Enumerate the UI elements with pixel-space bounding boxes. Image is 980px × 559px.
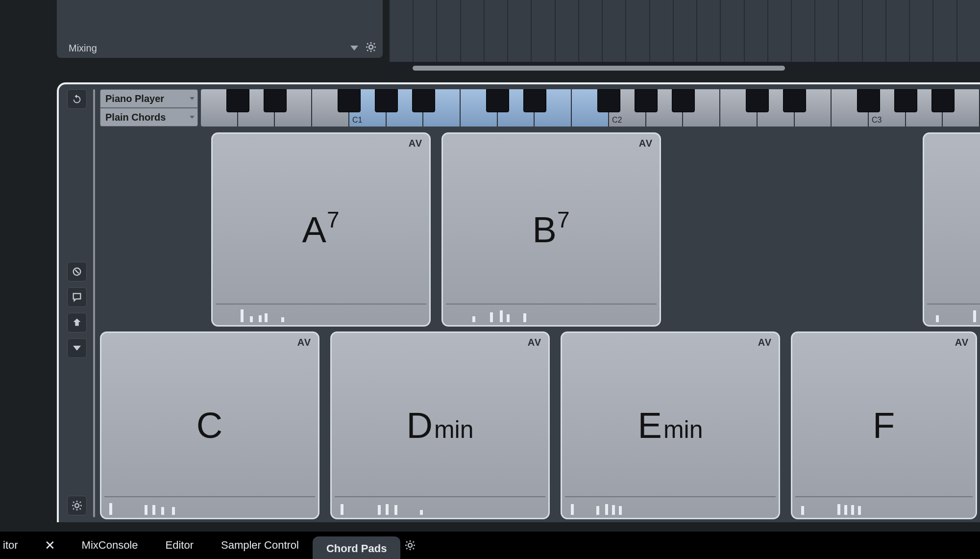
timeline-cell[interactable]	[862, 0, 885, 62]
voicing-indicator	[219, 306, 346, 322]
piano-black-key[interactable]	[412, 89, 435, 112]
timeline-cell[interactable]	[602, 0, 625, 62]
chord-pad[interactable]: AVEmin	[561, 331, 780, 519]
piano-black-key[interactable]	[894, 89, 917, 112]
pad-divider	[927, 304, 980, 305]
pad-divider	[216, 304, 426, 305]
timeline-cell[interactable]	[932, 0, 956, 62]
vertical-separator[interactable]	[93, 89, 95, 517]
piano-black-key[interactable]	[635, 89, 658, 112]
chord-pad-header: Piano Player Plain Chords C1C2C3	[100, 89, 980, 127]
piano-key-label: C2	[612, 116, 622, 125]
timeline-cell[interactable]	[673, 0, 696, 62]
chord-label: A7	[302, 208, 340, 251]
comment-button[interactable]	[67, 287, 87, 307]
piano-black-key[interactable]	[746, 89, 769, 112]
piano-black-key[interactable]	[338, 89, 361, 112]
piano-black-key[interactable]	[264, 89, 287, 112]
chord-pad[interactable]: AVB7	[441, 132, 661, 327]
piano-black-key[interactable]	[672, 89, 695, 112]
pad-divider	[446, 304, 657, 305]
piano-black-key[interactable]	[486, 89, 509, 112]
timeline-cell[interactable]	[814, 0, 838, 62]
timeline-cell[interactable]	[838, 0, 861, 62]
timeline-overview	[389, 0, 980, 73]
player-dropdown[interactable]: Piano Player	[100, 89, 198, 108]
chord-label: C	[196, 405, 223, 446]
voicing-indicator	[338, 499, 465, 515]
piano-black-key[interactable]	[857, 89, 880, 112]
chord-pad[interactable]	[923, 132, 980, 327]
piano-black-key[interactable]	[597, 89, 620, 112]
lower-zone-tab[interactable]: Editor	[152, 532, 207, 559]
piano-key-label: C1	[352, 116, 362, 125]
timeline-cell[interactable]	[744, 0, 767, 62]
piano-black-key[interactable]	[523, 89, 546, 112]
timeline-cell[interactable]	[460, 0, 484, 62]
chord-pads-zone: Piano Player Plain Chords C1C2C3 AVA7AVB…	[57, 82, 980, 522]
pad-divider	[565, 496, 776, 497]
voicing-indicator	[449, 306, 576, 322]
timeline-cell[interactable]	[885, 0, 909, 62]
chord-pad[interactable]: AVF	[791, 331, 977, 519]
timeline-lanes[interactable]	[389, 0, 980, 62]
pad-badge: AV	[955, 337, 969, 348]
timeline-cell[interactable]	[413, 0, 436, 62]
timeline-cell[interactable]	[956, 0, 980, 62]
gear-icon[interactable]	[365, 41, 377, 55]
piano-black-key[interactable]	[226, 89, 249, 112]
pad-divider	[795, 496, 973, 497]
timeline-cell[interactable]	[720, 0, 743, 62]
timeline-cell[interactable]	[909, 0, 932, 62]
lower-zone-tab[interactable]: Chord Pads	[313, 536, 400, 559]
player-dropdown-label: Piano Player	[105, 93, 164, 104]
expand-down-button[interactable]	[67, 338, 87, 358]
pad-badge: AV	[758, 337, 772, 348]
chord-label: Emin	[638, 405, 703, 446]
pad-badge: AV	[409, 138, 422, 149]
lower-zone-tab-bar: itor ✕ MixConsoleEditorSampler ControlCh…	[0, 532, 980, 559]
timeline-cell[interactable]	[531, 0, 554, 62]
lower-zone-tab[interactable]: Sampler Control	[207, 532, 313, 559]
pad-badge: AV	[297, 337, 311, 348]
voicing-indicator	[568, 499, 695, 515]
timeline-cell[interactable]	[649, 0, 673, 62]
chord-pad[interactable]: AVDmin	[330, 331, 550, 519]
timeline-scrollbar-track[interactable]	[389, 63, 980, 73]
close-icon[interactable]: ✕	[32, 538, 68, 553]
gear-icon[interactable]	[404, 539, 416, 551]
piano-keyboard[interactable]: C1C2C3	[201, 89, 980, 127]
edit-button[interactable]	[67, 262, 87, 281]
timeline-cell[interactable]	[484, 0, 507, 62]
chevron-down-icon	[190, 116, 195, 119]
timeline-cell[interactable]	[625, 0, 649, 62]
pad-divider	[104, 496, 315, 497]
voicing-button[interactable]	[67, 313, 87, 332]
pad-badge: AV	[528, 337, 541, 348]
reset-button[interactable]	[67, 89, 87, 109]
tab-partial[interactable]: itor	[0, 532, 32, 559]
timeline-cell[interactable]	[507, 0, 531, 62]
chord-pad[interactable]: AVC	[100, 331, 319, 519]
timeline-cell[interactable]	[578, 0, 602, 62]
style-dropdown[interactable]: Plain Chords	[100, 108, 198, 127]
style-dropdown-label: Plain Chords	[105, 112, 166, 123]
piano-black-key[interactable]	[931, 89, 955, 112]
voicing-indicator	[798, 499, 926, 515]
chevron-down-icon[interactable]	[350, 46, 358, 51]
timeline-scrollbar-thumb[interactable]	[413, 66, 785, 71]
piano-black-key[interactable]	[375, 89, 398, 112]
timeline-cell[interactable]	[555, 0, 578, 62]
timeline-cell[interactable]	[696, 0, 720, 62]
chord-label: Dmin	[406, 405, 473, 446]
timeline-cell[interactable]	[389, 0, 413, 62]
timeline-cell[interactable]	[767, 0, 791, 62]
timeline-cell[interactable]	[791, 0, 814, 62]
chord-pad[interactable]: AVA7	[211, 132, 431, 327]
pad-badge: AV	[639, 138, 653, 149]
settings-button[interactable]	[67, 496, 87, 515]
lower-zone-tab[interactable]: MixConsole	[68, 532, 152, 559]
piano-black-key[interactable]	[783, 89, 806, 112]
piano-key-label: C3	[872, 116, 882, 125]
timeline-cell[interactable]	[436, 0, 460, 62]
